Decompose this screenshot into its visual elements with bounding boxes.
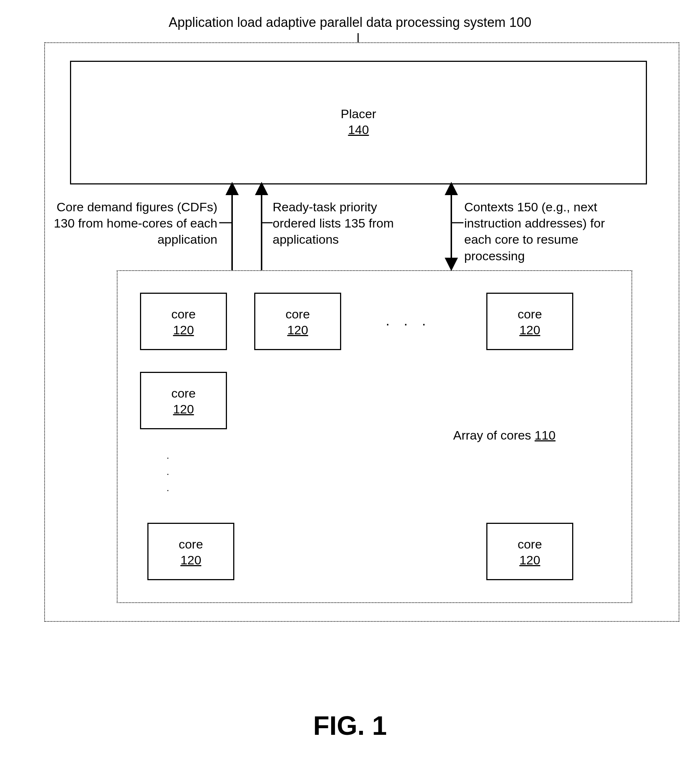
placer-ref: 140 xyxy=(348,123,369,137)
core-name: core xyxy=(171,386,196,400)
core-ref: 120 xyxy=(173,323,194,337)
core-ref: 120 xyxy=(520,553,541,567)
core-ref: 120 xyxy=(180,553,202,567)
core-box-r2c1: core 120 xyxy=(140,372,227,429)
core-label: core 120 xyxy=(149,536,233,568)
core-label: core 120 xyxy=(255,306,340,338)
core-box-r3c1: core 120 xyxy=(148,523,234,580)
figure-caption: FIG. 1 xyxy=(0,710,700,741)
contexts-label: Contexts 150 (e.g., next instruction add… xyxy=(464,199,626,264)
placer-label: Placer 140 xyxy=(71,106,646,137)
core-name: core xyxy=(179,537,203,551)
array-ref: 110 xyxy=(534,428,556,442)
core-box-r1c3: core 120 xyxy=(486,293,573,350)
ready-label: Ready-task priority ordered lists 135 fr… xyxy=(273,199,409,248)
core-ref: 120 xyxy=(173,402,194,416)
core-name: core xyxy=(518,307,542,321)
core-name: core xyxy=(171,307,196,321)
core-box-r1c1: core 120 xyxy=(140,293,227,350)
array-label: Array of cores 110 xyxy=(453,427,556,443)
v-ellipsis-icon: . . . xyxy=(167,447,169,496)
h-ellipsis-icon: . . . xyxy=(386,313,431,329)
placer-name: Placer xyxy=(341,107,376,121)
core-name: core xyxy=(518,537,542,551)
core-ref: 120 xyxy=(520,323,541,337)
diagram-page: Application load adaptive parallel data … xyxy=(0,0,700,772)
core-label: core 120 xyxy=(487,306,572,338)
core-label: core 120 xyxy=(141,386,226,417)
core-box-r3c2: core 120 xyxy=(486,523,573,580)
core-name: core xyxy=(285,307,310,321)
core-label: core 120 xyxy=(487,536,572,568)
system-title: Application load adaptive parallel data … xyxy=(0,15,700,30)
placer-box: Placer 140 xyxy=(70,61,647,185)
cdf-label: Core demand figures (CDFs) 130 from home… xyxy=(48,199,217,248)
core-box-r1c2: core 120 xyxy=(254,293,341,350)
core-label: core 120 xyxy=(141,306,226,338)
core-ref: 120 xyxy=(287,323,308,337)
